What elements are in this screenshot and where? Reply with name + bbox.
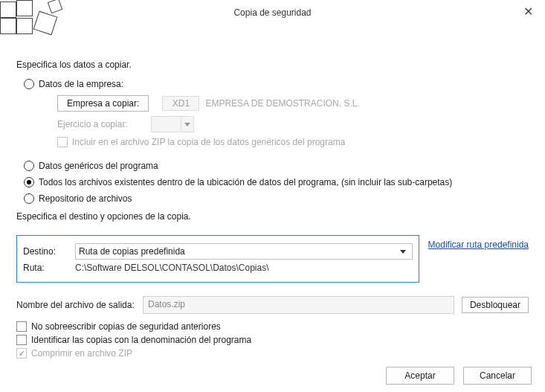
radio-repositorio-label: Repositorio de archivos <box>39 193 132 204</box>
chevron-down-icon <box>397 250 409 254</box>
ejercicio-combo[interactable] <box>151 116 194 132</box>
empresa-code: XD1 <box>162 96 199 111</box>
app-logo <box>0 0 67 45</box>
destino-box: Destino: Ruta de copias predefinida Ruta… <box>16 235 419 283</box>
section2-heading: Especifica el destino y opciones de la c… <box>16 211 529 222</box>
empresa-name: EMPRESA DE DEMOSTRACION, S.L. <box>205 98 359 109</box>
include-zip-label: Incluir en el archivo ZIP la copia de lo… <box>72 137 345 147</box>
destino-label: Destino: <box>23 246 75 257</box>
radio-datos-empresa-label: Datos de la empresa: <box>39 79 123 89</box>
radio-datos-genericos-label: Datos genéricos del programa <box>39 161 158 171</box>
destino-combo[interactable]: Ruta de copias predefinida <box>75 243 413 260</box>
radio-datos-empresa[interactable]: Datos de la empresa: <box>24 79 529 89</box>
radio-datos-genericos[interactable]: Datos genéricos del programa <box>24 161 529 171</box>
radio-repositorio[interactable]: Repositorio de archivos <box>24 193 529 204</box>
output-name-value: Datos.zip <box>148 299 185 309</box>
no-overwrite-label: No sobreescribir copias de seguridad ant… <box>31 321 221 332</box>
ruta-label: Ruta: <box>23 263 75 273</box>
radio-todos-archivos-label: Todos los archivos existentes dentro de … <box>39 177 452 187</box>
radio-todos-archivos[interactable]: Todos los archivos existentes dentro de … <box>24 177 529 187</box>
include-zip-checkbox[interactable] <box>57 137 68 147</box>
no-overwrite-checkbox[interactable] <box>16 321 27 332</box>
compress-zip-checkbox[interactable] <box>16 348 27 359</box>
empresa-copiar-button[interactable]: Empresa a copiar: <box>57 95 149 112</box>
aceptar-button[interactable]: Aceptar <box>386 367 454 385</box>
chevron-down-icon <box>181 117 193 132</box>
modificar-ruta-link[interactable]: Modificar ruta predefinida <box>428 240 529 250</box>
identify-copies-checkbox[interactable] <box>16 335 27 345</box>
desbloquear-button[interactable]: Desbloquear <box>462 297 529 313</box>
destino-value: Ruta de copias predefinida <box>79 246 185 257</box>
identify-copies-label: Identificar las copias con la denominaci… <box>31 335 251 345</box>
dialog-title: Copia de seguridad <box>0 7 545 18</box>
output-name-label: Nombre del archivo de salida: <box>16 300 143 310</box>
ejercicio-label: Ejercicio a copiar: <box>57 119 136 129</box>
ruta-value: C:\Software DELSOL\CONTASOL\Datos\Copias… <box>75 263 269 273</box>
cancelar-button[interactable]: Cancelar <box>463 367 532 385</box>
section1-heading: Especifica los datos a copiar. <box>16 60 529 70</box>
compress-zip-label: Comprimir en archivo ZIP <box>31 348 132 359</box>
output-name-input[interactable]: Datos.zip <box>143 296 454 314</box>
